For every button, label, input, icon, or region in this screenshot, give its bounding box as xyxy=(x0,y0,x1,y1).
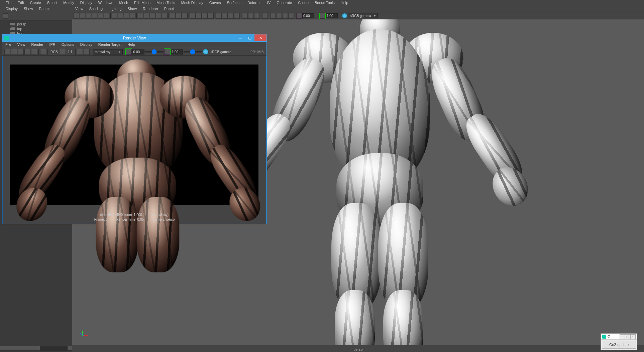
viewport-menu-view[interactable]: View xyxy=(72,6,86,12)
separator xyxy=(189,13,189,19)
goz-close-button[interactable]: ✕ xyxy=(630,334,636,339)
window-close-button[interactable]: ✕ xyxy=(254,34,266,41)
color-management-icon[interactable] xyxy=(342,13,347,19)
rendered-mesh xyxy=(15,43,251,227)
viewport-menu-renderer[interactable]: Renderer xyxy=(140,6,161,12)
scrollbar-right-button[interactable] xyxy=(68,346,72,351)
motion-blur-icon[interactable] xyxy=(196,13,202,19)
goz-maximize-button[interactable]: ▢ xyxy=(625,334,630,339)
menu-modify[interactable]: Modify xyxy=(60,0,77,6)
menu-edit-mesh[interactable]: Edit Mesh xyxy=(131,0,153,6)
menu-surfaces[interactable]: Surfaces xyxy=(224,0,244,6)
image-plane-icon[interactable] xyxy=(92,13,97,19)
menu-mesh-display[interactable]: Mesh Display xyxy=(178,0,206,6)
shadows-icon[interactable] xyxy=(162,13,168,19)
exposure-field[interactable]: 0.00 xyxy=(302,13,314,18)
separator xyxy=(110,13,111,19)
goz-window[interactable]: G... — ▢ ✕ GoZ update xyxy=(601,333,637,350)
outliner-item-top[interactable]: top xyxy=(0,26,72,31)
viewport-menu-lighting[interactable]: Lighting xyxy=(106,6,125,12)
goz-icon xyxy=(602,335,606,339)
textured-icon[interactable] xyxy=(150,13,155,19)
goz-update-button[interactable]: GoZ update xyxy=(602,341,636,349)
wireframe-icon[interactable] xyxy=(138,13,143,19)
isolate-select-icon[interactable] xyxy=(170,13,176,19)
smooth-shade-icon[interactable] xyxy=(144,13,149,19)
light-icon[interactable] xyxy=(222,13,228,19)
outliner-horizontal-scrollbar[interactable] xyxy=(0,346,67,351)
misc-icon[interactable] xyxy=(270,13,276,19)
separator xyxy=(169,13,169,19)
menu-curves[interactable]: Curves xyxy=(206,0,224,6)
gamma-toggle-icon[interactable] xyxy=(320,13,325,19)
render-view-titlebar[interactable]: Render View — ▢ ✕ xyxy=(2,34,266,42)
separator xyxy=(215,13,215,19)
goz-titlebar[interactable]: G... — ▢ ✕ xyxy=(601,334,637,340)
menu-file[interactable]: File xyxy=(3,0,15,6)
menu-display[interactable]: Display xyxy=(77,0,95,6)
exposure-toggle-icon[interactable] xyxy=(296,13,302,19)
dof-icon[interactable] xyxy=(208,13,214,19)
render-view-image[interactable] xyxy=(10,65,258,205)
menu-help[interactable]: Help xyxy=(338,0,351,6)
viewport-menu-panels[interactable]: Panels xyxy=(161,6,179,12)
film-gate-icon[interactable] xyxy=(118,13,123,19)
outliner-toolbar xyxy=(0,12,72,20)
outliner-filter-icon[interactable] xyxy=(3,13,8,19)
outliner-item-persp[interactable]: persp xyxy=(0,22,72,26)
menu-create[interactable]: Create xyxy=(27,0,44,6)
misc-icon[interactable] xyxy=(282,13,288,19)
camera-lock-icon[interactable] xyxy=(80,13,85,19)
redo-render-icon[interactable] xyxy=(4,49,10,55)
maya-icon xyxy=(4,36,9,40)
grease-pencil-icon[interactable] xyxy=(104,13,109,19)
outliner-menu-panels[interactable]: Panels xyxy=(36,6,53,12)
render-view-title: Render View xyxy=(123,36,146,40)
misc-icon[interactable] xyxy=(254,13,260,19)
2d-pan-icon[interactable] xyxy=(98,13,103,19)
render-view-window[interactable]: Render View — ▢ ✕ File View Render IPR O… xyxy=(2,34,267,224)
menu-generate[interactable]: Generate xyxy=(274,0,295,6)
misc-icon[interactable] xyxy=(262,13,268,19)
misc-icon[interactable] xyxy=(288,13,294,19)
ipr-memory-label: IPR: 0MB xyxy=(249,50,264,54)
light-icon[interactable] xyxy=(234,13,240,19)
bookmark-icon[interactable] xyxy=(86,13,91,19)
resolution-gate-icon[interactable] xyxy=(124,13,129,19)
menu-select[interactable]: Select xyxy=(44,0,61,6)
menu-mesh[interactable]: Mesh xyxy=(116,0,131,6)
gamma-field[interactable]: 1.00 xyxy=(326,13,338,18)
menu-windows[interactable]: Windows xyxy=(95,0,116,6)
menu-cache[interactable]: Cache xyxy=(295,0,312,6)
menu-uv[interactable]: UV xyxy=(262,0,274,6)
colorspace-dropdown[interactable]: sRGB gamma ▾ xyxy=(348,13,378,18)
gate-mask-icon[interactable] xyxy=(130,13,135,19)
use-lights-icon[interactable] xyxy=(156,13,162,19)
menu-mesh-tools[interactable]: Mesh Tools xyxy=(153,0,178,6)
misc-icon[interactable] xyxy=(248,13,254,19)
ssao-icon[interactable] xyxy=(190,13,196,19)
light-icon[interactable] xyxy=(228,13,234,19)
outliner-menu-show[interactable]: Show xyxy=(21,6,36,12)
xray-icon[interactable] xyxy=(176,13,182,19)
viewport-menu-shading[interactable]: Shading xyxy=(86,6,106,12)
xray-joints-icon[interactable] xyxy=(182,13,188,19)
goz-minimize-button[interactable]: — xyxy=(620,334,625,339)
light-icon[interactable] xyxy=(216,13,222,19)
misc-icon[interactable] xyxy=(276,13,282,19)
menu-deform[interactable]: Deform xyxy=(244,0,262,6)
select-camera-icon[interactable] xyxy=(74,13,79,19)
menu-edit[interactable]: Edit xyxy=(15,0,27,6)
scrollbar-thumb[interactable] xyxy=(0,346,40,351)
multisample-icon[interactable] xyxy=(202,13,208,19)
misc-icon[interactable] xyxy=(242,13,248,19)
left-empty-panel xyxy=(0,227,72,345)
outliner-menu-display[interactable]: Display xyxy=(3,6,21,12)
rv-status-camera: Camera: persp xyxy=(152,217,175,222)
window-maximize-button[interactable]: ▢ xyxy=(245,34,254,41)
grid-icon[interactable] xyxy=(112,13,117,19)
viewport-menu-show[interactable]: Show xyxy=(125,6,140,12)
rv-menu-file[interactable]: File xyxy=(2,42,14,48)
window-minimize-button[interactable]: — xyxy=(236,34,245,41)
menu-bonus-tools[interactable]: Bonus Tools xyxy=(312,0,338,6)
